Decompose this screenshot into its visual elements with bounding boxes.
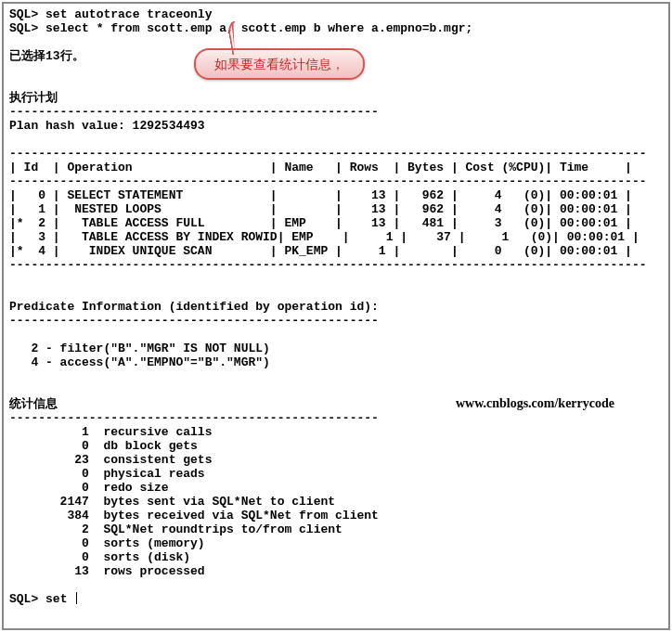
terminal-output[interactable]: SQL> set autotrace traceonly SQL> select… bbox=[9, 7, 663, 606]
predicate-lines: 2 - filter("B"."MGR" IS NOT NULL) 4 - ac… bbox=[9, 342, 270, 369]
hr: ----------------------------------------… bbox=[9, 258, 647, 272]
callout-text: 如果要查看统计信息， bbox=[214, 57, 344, 71]
plan-hash: Plan hash value: 1292534493 bbox=[9, 119, 205, 133]
sql-prompt: SQL> bbox=[9, 7, 38, 21]
terminal-frame: SQL> set autotrace traceonly SQL> select… bbox=[2, 2, 670, 630]
cmd-set-autotrace: set autotrace traceonly bbox=[45, 7, 212, 21]
cmd-set: set bbox=[45, 592, 67, 606]
watermark: www.cnblogs.com/kerrycode bbox=[456, 396, 614, 411]
cursor-icon bbox=[76, 592, 77, 604]
exec-plan-heading: 执行计划 bbox=[9, 91, 58, 105]
predicate-heading: Predicate Information (identified by ope… bbox=[9, 300, 379, 314]
sql-prompt: SQL> bbox=[9, 592, 38, 606]
rows-selected-msg: 已选择13行。 bbox=[9, 49, 84, 63]
hr: ----------------------------------------… bbox=[9, 105, 379, 119]
stats-lines: 1 recursive calls 0 db block gets 23 con… bbox=[9, 425, 379, 578]
hr: ----------------------------------------… bbox=[9, 314, 379, 328]
plan-header-row: | Id | Operation | Name | Rows | Bytes |… bbox=[9, 161, 632, 174]
hr: ----------------------------------------… bbox=[9, 147, 647, 161]
plan-body: | 0 | SELECT STATEMENT | | 13 | 962 | 4 … bbox=[9, 188, 640, 258]
sql-prompt: SQL> bbox=[9, 21, 38, 35]
stats-heading: 统计信息 bbox=[9, 397, 58, 411]
annotation-callout: 如果要查看统计信息， bbox=[194, 48, 365, 80]
cmd-select: select * from scott.emp a, scott.emp b w… bbox=[45, 21, 472, 35]
hr: ----------------------------------------… bbox=[9, 174, 647, 188]
hr: ----------------------------------------… bbox=[9, 411, 379, 425]
